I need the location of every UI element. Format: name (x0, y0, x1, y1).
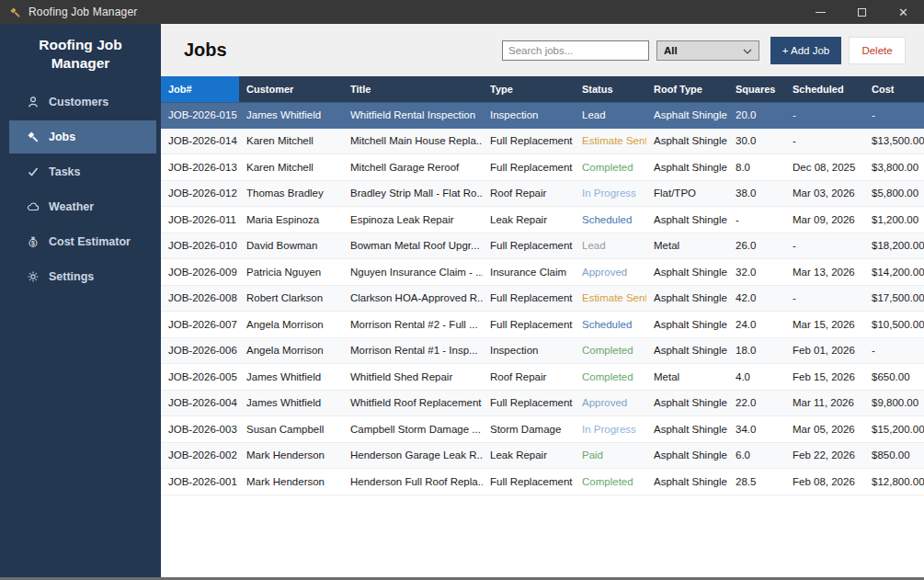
sidebar-app-title: Roofing Job Manager (0, 24, 161, 84)
close-button[interactable]: ✕ (883, 0, 924, 24)
table-row[interactable]: JOB-2026-004James WhitfieldWhitfield Roo… (161, 391, 924, 417)
sidebar-item-weather[interactable]: Weather (9, 190, 156, 223)
cell-scheduled: Feb 15, 2026 (785, 371, 864, 382)
table-row[interactable]: JOB-2026-002Mark HendersonHenderson Gara… (161, 443, 924, 470)
cell-squares: 42.0 (728, 292, 785, 303)
cell-cost: $5,800.00 (864, 188, 924, 199)
cell-type: Storm Damage (483, 424, 575, 435)
cell-squares: 8.0 (728, 162, 785, 173)
cell-status: In Progress (575, 188, 646, 199)
cell-scheduled: Mar 05, 2026 (785, 424, 864, 435)
cell-type: Full Replacement (483, 319, 575, 330)
cell-type: Full Replacement (483, 397, 575, 408)
table-row[interactable]: JOB-2026-014Karen MitchellMitchell Main … (161, 129, 924, 155)
sidebar-item-jobs[interactable]: Jobs (9, 120, 156, 154)
cell-roof-type: Asphalt Shingle (646, 449, 728, 461)
cell-roof-type: Asphalt Shingle (646, 135, 728, 146)
table-row[interactable]: JOB-2026-012Thomas BradleyBradley Strip … (161, 181, 924, 208)
cell-roof-type: Asphalt Shingle (646, 319, 728, 330)
cell-cost: $18,200.00 (864, 240, 924, 251)
cloud-icon (26, 200, 40, 213)
cell-title: Bradley Strip Mall - Flat Ro... (343, 188, 483, 199)
cell-title: Morrison Rental #1 - Insp... (343, 345, 483, 356)
title-bar: Roofing Job Manager ✕ (0, 0, 924, 24)
cell-job: JOB-2026-006 (161, 345, 239, 356)
cell-squares: 28.5 (728, 476, 785, 487)
sidebar-item-settings[interactable]: Settings (9, 260, 156, 293)
sidebar-item-tasks[interactable]: Tasks (9, 155, 156, 188)
cell-title: Morrison Rental #2 - Full ... (343, 319, 483, 330)
search-input[interactable] (502, 40, 649, 61)
cell-customer: Mark Henderson (239, 476, 343, 487)
page-title: Jobs (184, 40, 227, 61)
cell-job: JOB-2026-013 (161, 162, 239, 173)
table-row[interactable]: JOB-2026-008Robert ClarksonClarkson HOA-… (161, 286, 924, 313)
table-row[interactable]: JOB-2026-011Maria EspinozaEspinoza Leak … (161, 207, 924, 233)
cell-status: In Progress (575, 424, 646, 435)
cell-status: Completed (575, 371, 646, 382)
cell-title: Clarkson HOA-Approved R... (343, 292, 483, 303)
maximize-button[interactable] (841, 0, 883, 24)
column-header-type[interactable]: Type (483, 76, 575, 102)
cell-type: Full Replacement (483, 292, 575, 303)
column-header-job[interactable]: Job# (161, 76, 239, 102)
column-header-customer[interactable]: Customer (239, 76, 343, 102)
sidebar-item-customers[interactable]: Customers (9, 85, 156, 119)
table-row[interactable]: JOB-2026-003Susan CampbellCampbell Storm… (161, 416, 924, 443)
cell-squares: 34.0 (728, 424, 785, 435)
sidebar-item-cost-estimator[interactable]: $Cost Estimator (9, 225, 156, 258)
table-row[interactable]: JOB-2026-010David BowmanBowman Metal Roo… (161, 233, 924, 260)
cell-type: Leak Repair (483, 214, 575, 225)
table-row[interactable]: JOB-2026-009Patricia NguyenNguyen Insura… (161, 259, 924, 286)
sidebar-item-label: Cost Estimator (49, 235, 131, 248)
cell-scheduled: - (785, 240, 864, 251)
cell-roof-type: Flat/TPO (646, 188, 728, 199)
column-header-scheduled[interactable]: Scheduled (785, 76, 864, 102)
maximize-icon (858, 8, 866, 17)
table-row[interactable]: JOB-2026-007Angela MorrisonMorrison Rent… (161, 312, 924, 338)
column-header-cost[interactable]: Cost (864, 76, 924, 102)
table-row[interactable]: JOB-2026-006Angela MorrisonMorrison Rent… (161, 338, 924, 365)
delete-button[interactable]: Delete (849, 37, 906, 64)
add-job-button[interactable]: + Add Job (770, 37, 841, 64)
cell-status: Paid (575, 449, 646, 461)
cell-job: JOB-2026-002 (161, 449, 239, 461)
cell-squares: 18.0 (728, 345, 785, 356)
cell-status: Completed (575, 476, 646, 487)
cell-type: Roof Repair (483, 371, 575, 382)
cell-scheduled: Feb 22, 2026 (785, 449, 864, 461)
cell-scheduled: Feb 01, 2026 (785, 345, 864, 356)
cell-type: Full Replacement (483, 240, 575, 251)
table-row[interactable]: JOB-2026-005James WhitfieldWhitfield She… (161, 364, 924, 391)
cell-title: Mitchell Garage Reroof (343, 162, 483, 173)
cell-customer: Mark Henderson (239, 449, 343, 461)
cell-type: Roof Repair (483, 188, 575, 199)
column-header-status[interactable]: Status (575, 76, 646, 102)
column-header-roof-type[interactable]: Roof Type (646, 76, 728, 102)
table-row[interactable]: JOB-2026-001Mark HendersonHenderson Full… (161, 469, 924, 495)
cell-cost: $12,800.00 (864, 476, 924, 487)
table-row[interactable]: JOB-2026-013Karen MitchellMitchell Garag… (161, 154, 924, 181)
cell-title: Whitfield Roof Replacement (343, 397, 483, 408)
cell-customer: Angela Morrison (239, 319, 343, 330)
cell-type: Leak Repair (483, 449, 575, 461)
cell-cost: - (864, 109, 924, 120)
minimize-button[interactable] (800, 0, 841, 24)
cell-job: JOB-2026-008 (161, 292, 239, 303)
table-header: Job#CustomerTitleTypeStatusRoof TypeSqua… (161, 76, 924, 102)
cell-customer: Karen Mitchell (239, 135, 343, 146)
cell-job: JOB-2026-003 (161, 424, 239, 435)
cell-type: Full Replacement (483, 135, 575, 146)
status-filter-value: All (664, 45, 678, 56)
cell-roof-type: Asphalt Shingle (646, 267, 728, 278)
status-filter-select[interactable]: All (656, 40, 759, 61)
cell-customer: Thomas Bradley (239, 188, 343, 199)
column-header-title[interactable]: Title (343, 76, 483, 102)
cell-job: JOB-2026-004 (161, 397, 239, 408)
cell-scheduled: Mar 11, 2026 (785, 397, 864, 408)
column-header-squares[interactable]: Squares (728, 76, 785, 102)
cell-title: Nguyen Insurance Claim - ... (343, 267, 483, 278)
cell-job: JOB-2026-011 (161, 214, 239, 225)
table-row[interactable]: JOB-2026-015James WhitfieldWhitfield Ren… (161, 102, 924, 129)
cell-customer: Karen Mitchell (239, 162, 343, 173)
